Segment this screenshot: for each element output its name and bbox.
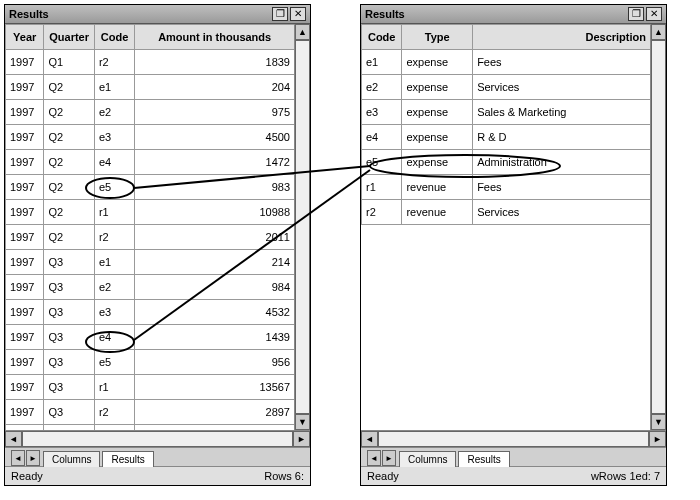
- cell-description[interactable]: Services: [473, 75, 651, 100]
- column-header[interactable]: Type: [402, 25, 473, 50]
- table-row[interactable]: 1997Q3e5956: [6, 350, 295, 375]
- column-header[interactable]: Description: [473, 25, 651, 50]
- cell-code[interactable]: e2: [362, 75, 402, 100]
- cell-quarter[interactable]: Q1: [44, 50, 95, 75]
- tab-nav-right-icon[interactable]: ►: [382, 450, 396, 466]
- cell-amount[interactable]: 956: [135, 350, 295, 375]
- table-row[interactable]: 1997Q3r22897: [6, 400, 295, 425]
- cell-quarter[interactable]: Q3: [44, 400, 95, 425]
- cell-year[interactable]: 1997: [6, 125, 44, 150]
- cell-quarter[interactable]: Q3: [44, 375, 95, 400]
- cell-quarter[interactable]: Q2: [44, 100, 95, 125]
- table-row[interactable]: e4expenseR & D: [362, 125, 651, 150]
- cell-year[interactable]: 1997: [6, 100, 44, 125]
- close-button[interactable]: ✕: [290, 7, 306, 21]
- tab-nav-left-icon[interactable]: ◄: [367, 450, 381, 466]
- table-row[interactable]: 1997Q2e2975: [6, 100, 295, 125]
- table-row[interactable]: 1997Q2e5983: [6, 175, 295, 200]
- results-grid[interactable]: CodeTypeDescriptione1expenseFeese2expens…: [361, 24, 651, 225]
- titlebar[interactable]: Results ❐ ✕: [5, 5, 310, 24]
- table-row[interactable]: 1997Q3e41439: [6, 325, 295, 350]
- cell-type[interactable]: expense: [402, 150, 473, 175]
- tab-columns[interactable]: Columns: [43, 451, 100, 467]
- tab-results[interactable]: Results: [102, 451, 153, 467]
- scroll-down-icon[interactable]: ▼: [651, 414, 666, 430]
- table-row[interactable]: e5expenseAdministration: [362, 150, 651, 175]
- cell-code[interactable]: r2: [362, 200, 402, 225]
- cell-code[interactable]: r1: [94, 200, 134, 225]
- table-row[interactable]: 1997Q2r110988: [6, 200, 295, 225]
- scroll-left-icon[interactable]: ◄: [361, 431, 378, 447]
- scroll-right-icon[interactable]: ►: [649, 431, 666, 447]
- horizontal-scrollbar[interactable]: ◄ ►: [5, 430, 310, 447]
- cell-type[interactable]: revenue: [402, 200, 473, 225]
- table-row[interactable]: r1revenueFees: [362, 175, 651, 200]
- cell-description[interactable]: Fees: [473, 50, 651, 75]
- cell-quarter[interactable]: Q3: [44, 275, 95, 300]
- cell-code[interactable]: e5: [94, 350, 134, 375]
- cell-amount[interactable]: 214: [135, 250, 295, 275]
- table-row[interactable]: 1997Q2e34500: [6, 125, 295, 150]
- cell-amount[interactable]: 2897: [135, 400, 295, 425]
- column-header[interactable]: Code: [94, 25, 134, 50]
- table-row[interactable]: e2expenseServices: [362, 75, 651, 100]
- cell-amount[interactable]: 204: [135, 75, 295, 100]
- cell-code[interactable]: r2: [94, 50, 134, 75]
- cell-code[interactable]: e4: [362, 125, 402, 150]
- cell-year[interactable]: 1997: [6, 175, 44, 200]
- cell-quarter[interactable]: Q2: [44, 175, 95, 200]
- table-row[interactable]: 1997Q3e34532: [6, 300, 295, 325]
- cell-amount[interactable]: 13567: [135, 375, 295, 400]
- cell-amount[interactable]: 4532: [135, 300, 295, 325]
- close-button[interactable]: ✕: [646, 7, 662, 21]
- cell-quarter[interactable]: Q2: [44, 200, 95, 225]
- cell-amount[interactable]: 984: [135, 275, 295, 300]
- cell-description[interactable]: Fees: [473, 175, 651, 200]
- cell-type[interactable]: expense: [402, 100, 473, 125]
- cell-year[interactable]: 1997: [6, 350, 44, 375]
- titlebar[interactable]: Results ❐ ✕: [361, 5, 666, 24]
- cell-code[interactable]: e1: [94, 250, 134, 275]
- cell-year[interactable]: 1997: [6, 50, 44, 75]
- cell-type[interactable]: expense: [402, 50, 473, 75]
- cell-code[interactable]: e4: [94, 325, 134, 350]
- cell-quarter[interactable]: Q2: [44, 75, 95, 100]
- cell-quarter[interactable]: Q3: [44, 300, 95, 325]
- cell-description[interactable]: R & D: [473, 125, 651, 150]
- table-row[interactable]: 1997Q2r22011: [6, 225, 295, 250]
- cell-amount[interactable]: 1439: [135, 325, 295, 350]
- cell-description[interactable]: Sales & Marketing: [473, 100, 651, 125]
- cell-code[interactable]: e3: [362, 100, 402, 125]
- cell-code[interactable]: r2: [94, 400, 134, 425]
- cell-code[interactable]: e4: [94, 150, 134, 175]
- cell-year[interactable]: 1997: [6, 150, 44, 175]
- scroll-down-icon[interactable]: ▼: [295, 414, 310, 430]
- tab-nav-left-icon[interactable]: ◄: [11, 450, 25, 466]
- table-row[interactable]: 1997Q1r21839: [6, 50, 295, 75]
- cell-type[interactable]: expense: [402, 75, 473, 100]
- cell-amount[interactable]: 4500: [135, 125, 295, 150]
- cell-type[interactable]: expense: [402, 125, 473, 150]
- cell-year[interactable]: 1997: [6, 200, 44, 225]
- cell-code[interactable]: e3: [94, 300, 134, 325]
- cell-year[interactable]: 1997: [6, 275, 44, 300]
- cell-quarter[interactable]: Q3: [44, 325, 95, 350]
- table-row[interactable]: e3expenseSales & Marketing: [362, 100, 651, 125]
- cell-code[interactable]: r2: [94, 225, 134, 250]
- cell-year[interactable]: 1997: [6, 225, 44, 250]
- table-row[interactable]: 1997Q3e1214: [6, 250, 295, 275]
- cell-code[interactable]: e2: [94, 100, 134, 125]
- table-row[interactable]: 1997Q2e1204: [6, 75, 295, 100]
- table-row[interactable]: 1997Q2e41472: [6, 150, 295, 175]
- cell-type[interactable]: revenue: [402, 175, 473, 200]
- cell-quarter[interactable]: Q2: [44, 225, 95, 250]
- results-grid[interactable]: YearQuarterCodeAmount in thousands1997Q1…: [5, 24, 295, 430]
- cell-code[interactable]: e3: [94, 125, 134, 150]
- vertical-scrollbar[interactable]: ▲ ▼: [650, 24, 666, 430]
- cell-code[interactable]: e1: [362, 50, 402, 75]
- cell-description[interactable]: Services: [473, 200, 651, 225]
- cell-year[interactable]: 1997: [6, 325, 44, 350]
- table-row[interactable]: r2revenueServices: [362, 200, 651, 225]
- cell-code[interactable]: r1: [94, 375, 134, 400]
- cell-amount[interactable]: 10988: [135, 200, 295, 225]
